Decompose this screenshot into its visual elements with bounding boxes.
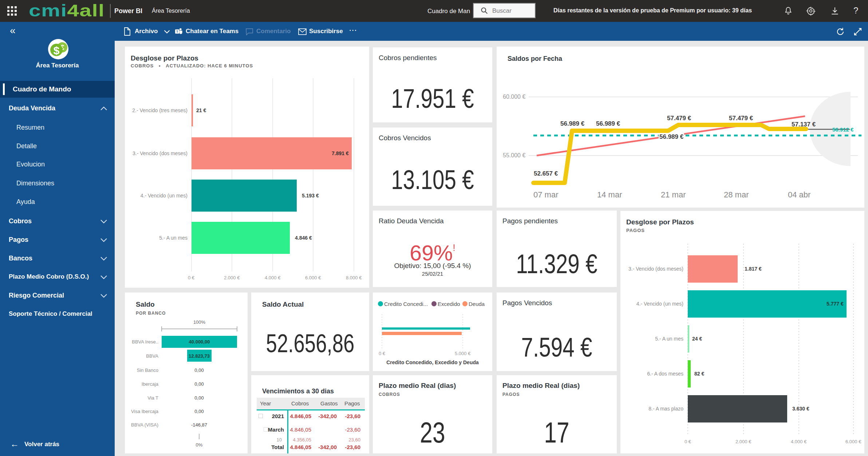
- svg-text:$: $: [54, 44, 60, 56]
- svg-text:T: T: [176, 30, 178, 34]
